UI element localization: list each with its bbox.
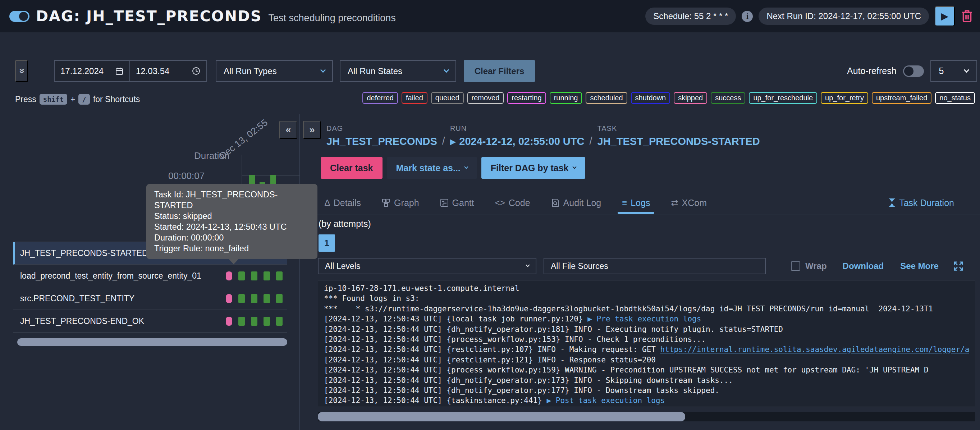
tooltip-trigger-rule: Trigger Rule: none_failed [154,243,310,254]
file-source-select[interactable]: All File Sources [544,258,766,274]
tab-label: XCom [682,198,707,208]
run-states-select[interactable]: All Run States [340,60,456,82]
breadcrumb-task-value[interactable]: JH_TEST_PRECONDS-STARTED [598,135,760,147]
task-list-scrollbar[interactable] [17,338,287,346]
log-group-toggle[interactable]: ▶ Pre task execution logs [587,315,701,323]
log-line: [2024-12-13, 12:50:44 UTC] {taskinstance… [324,395,969,406]
run-state-square[interactable] [251,317,258,326]
task-row[interactable]: JH_TEST_PRECONDS-END_OK [13,310,287,333]
run-state-square[interactable] [226,271,232,280]
tab-xcom[interactable]: ⇄ XCom [671,198,707,208]
run-state-square[interactable] [226,294,232,303]
auto-refresh-toggle[interactable] [903,65,924,77]
status-badge[interactable]: upstream_failed [872,92,931,104]
chevron-down-icon [526,263,530,267]
run-types-select[interactable]: All Run Types [216,60,333,82]
clear-task-button[interactable]: Clear task [321,157,382,179]
log-scrollbar-track[interactable] [318,412,975,421]
wrap-checkbox[interactable] [791,261,800,271]
breadcrumb-run-value[interactable]: ▶ 2024-12-12, 02:55:00 UTC [450,135,585,147]
breadcrumb-run-label: RUN [450,124,585,133]
status-badge[interactable]: no_status [935,92,975,104]
duration-bar[interactable] [249,175,255,185]
tab-graph[interactable]: Graph [382,198,419,208]
delete-dag-button[interactable] [961,9,974,24]
task-row[interactable]: src.PRECOND_TEST_ENTITY [13,287,287,310]
collapse-panel-left-button[interactable]: « [279,121,297,139]
details-icon: ∆ [325,198,330,208]
run-state-square[interactable] [251,294,258,303]
run-state-square[interactable] [239,294,245,303]
status-badge[interactable]: deferred [363,92,398,104]
breadcrumb-task-label: TASK [598,124,760,133]
tab-code[interactable]: <> Code [495,198,530,208]
tooltip-status: Status: skipped [154,211,310,221]
log-group-toggle[interactable]: ▶ Post task execution logs [547,396,665,405]
log-url-link[interactable]: https://internal.runtime.solita.saasdev.… [660,345,969,354]
run-state-square[interactable] [239,271,245,280]
status-badge[interactable]: restarting [507,92,546,104]
expand-icon [953,261,964,271]
double-chevron-right-icon: » [309,124,315,135]
see-more-link[interactable]: See More [900,261,939,271]
duration-bar[interactable] [270,175,276,185]
tab-task-duration[interactable]: Task Duration [888,198,954,208]
status-badge[interactable]: running [550,92,582,104]
status-badge[interactable]: removed [467,92,504,104]
refresh-interval-select[interactable]: 5 [931,60,977,82]
run-types-value: All Run Types [224,66,277,76]
status-badge[interactable]: up_for_reschedule [749,92,817,104]
status-badge[interactable]: success [711,92,745,104]
code-icon: <> [495,198,505,208]
task-name: load_precond_test_entity_from_source_ent… [20,271,201,281]
fullscreen-button[interactable] [953,261,964,271]
clear-filters-button[interactable]: Clear Filters [464,60,535,82]
tab-details[interactable]: ∆ Details [325,198,361,208]
run-state-square[interactable] [276,317,283,326]
status-badge[interactable]: failed [402,92,428,104]
run-play-icon: ▶ [450,137,455,146]
status-badge[interactable]: shutdown [631,92,670,104]
status-badge[interactable]: skipped [674,92,707,104]
clock-icon [192,67,200,75]
mark-state-as-button[interactable]: Mark state as... [387,157,477,179]
caret-down-icon [572,165,576,169]
task-run-squares [226,294,283,303]
trigger-dag-button[interactable]: ▶ [935,6,955,26]
info-icon[interactable]: i [741,11,753,22]
tab-logs[interactable]: ≡ Logs [622,198,650,208]
download-link[interactable]: Download [843,261,884,271]
date-filter-input[interactable]: 17.12.2024 [54,60,130,82]
run-date: 2024-12-12, 02:55:00 UTC [459,135,584,147]
log-scrollbar-thumb[interactable] [318,412,685,421]
run-state-square[interactable] [276,294,283,303]
expand-panel-right-button[interactable]: » [303,121,321,139]
tab-gantt[interactable]: Gantt [440,198,474,208]
trash-icon [961,9,974,24]
tab-audit-log[interactable]: Audit Log [551,198,601,208]
log-level-select[interactable]: All Levels [318,258,536,274]
run-state-square[interactable] [239,317,245,326]
run-state-square[interactable] [264,271,270,280]
filter-dag-by-task-button[interactable]: Filter DAG by task [481,157,585,179]
status-badge[interactable]: up_for_retry [821,92,868,104]
time-filter-input[interactable]: 12.03.54 [129,60,207,82]
run-states-value: All Run States [348,66,402,76]
log-output[interactable]: ip-10-167-28-171.eu-west-1.compute.inter… [318,280,975,407]
run-state-square[interactable] [264,294,270,303]
run-state-square[interactable] [251,271,258,280]
toggle-knob [19,12,28,21]
task-row[interactable]: load_precond_test_entity_from_source_ent… [13,264,287,287]
duration-x-tick: Dec 13, 02:55 [217,107,284,162]
breadcrumb-dag-value[interactable]: JH_TEST_PRECONDS [326,135,437,147]
calendar-icon [115,67,124,75]
hourglass-icon [888,198,896,207]
status-badge[interactable]: queued [431,92,464,104]
collapse-filters-button[interactable]: « [15,60,28,82]
run-state-square[interactable] [276,271,283,280]
status-badge[interactable]: scheduled [585,92,627,104]
run-state-square[interactable] [226,317,232,326]
run-state-square[interactable] [264,317,270,326]
attempt-1-button[interactable]: 1 [318,234,335,252]
dag-pause-toggle[interactable] [10,11,29,22]
